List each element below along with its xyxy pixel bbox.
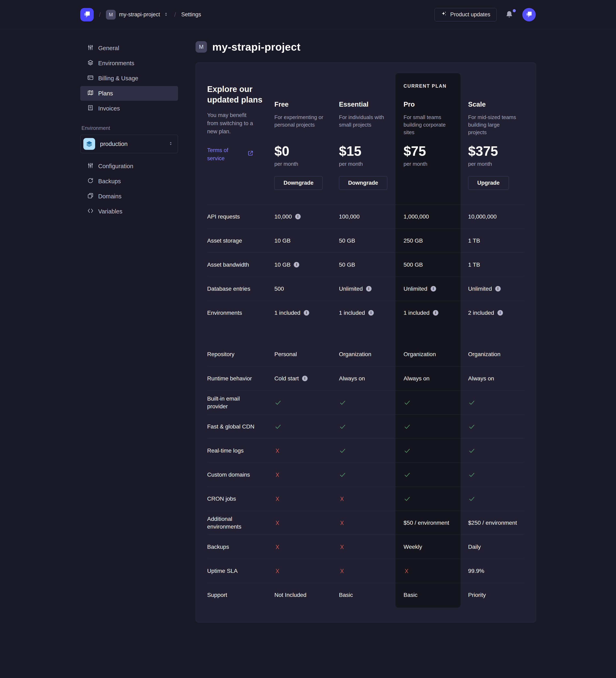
check-icon — [468, 423, 476, 430]
feature-value-text: Unlimited — [404, 286, 427, 292]
strapi-avatar-icon — [525, 11, 533, 19]
feature-value-text: Personal — [274, 351, 297, 357]
sidebar-item-general[interactable]: General — [80, 41, 178, 55]
info-icon[interactable]: i — [495, 286, 501, 292]
plans-intro-heading: Explore our updated plans — [207, 84, 266, 105]
sidebar-item-invoices[interactable]: Invoices — [80, 101, 178, 116]
feature-value-cell — [331, 439, 396, 462]
strapi-logo-button[interactable] — [80, 8, 94, 22]
plans-grid: Explore our updated plans You may benefi… — [207, 74, 525, 607]
sidebar-item-environments[interactable]: Environments — [80, 56, 178, 71]
breadcrumb-settings[interactable]: Settings — [181, 11, 201, 18]
check-icon — [404, 423, 411, 430]
feature-value-text: 10 GB — [274, 237, 290, 244]
feature-value-cell — [266, 439, 331, 462]
page-header: M my-strapi-project — [196, 41, 536, 53]
info-icon[interactable]: i — [295, 214, 301, 219]
feature-value-cell — [460, 462, 525, 487]
cross-icon — [339, 496, 345, 502]
feature-value-text: 50 GB — [339, 262, 355, 268]
plan-header-essential: EssentialFor individuals with small proj… — [331, 74, 396, 204]
sidebar-item-backups[interactable]: Backups — [80, 174, 178, 189]
downgrade-button-essential[interactable]: Downgrade — [339, 176, 387, 190]
sidebar-item-label: General — [98, 45, 119, 51]
feature-value-cell: Unlimitedi — [331, 277, 396, 301]
feature-row-label: Backups — [207, 535, 266, 559]
sidebar-item-variables[interactable]: Variables — [80, 204, 178, 219]
feature-value-text: Not Included — [274, 592, 306, 598]
terms-of-service-link[interactable]: Terms of service — [207, 146, 254, 162]
avatar[interactable] — [522, 8, 536, 22]
feature-label-text: Database entries — [207, 285, 254, 293]
feature-value-cell — [460, 414, 525, 439]
feature-label-text: Fast & global CDN — [207, 423, 258, 430]
feature-value-cell — [266, 487, 331, 511]
info-icon[interactable]: i — [302, 376, 307, 381]
feature-value-text: 500 — [274, 286, 284, 292]
feature-row-label: Uptime SLA — [207, 559, 266, 583]
plan-period: per month — [404, 161, 460, 167]
feature-value-text: Basic — [339, 592, 353, 598]
plan-price: $0 — [274, 144, 331, 158]
upgrade-button-scale[interactable]: Upgrade — [468, 176, 509, 190]
feature-value-text: Always on — [404, 375, 429, 382]
feature-value-cell — [460, 439, 525, 462]
section-gap — [207, 325, 525, 342]
sparkle-icon — [441, 11, 447, 18]
breadcrumb-project-switcher[interactable]: M my-strapi-project — [106, 10, 169, 20]
feature-value-cell: 50 GB — [331, 228, 396, 253]
downgrade-button-free[interactable]: Downgrade — [274, 176, 323, 190]
feature-label-text: Built-in email provider — [207, 395, 260, 410]
feature-value-text: Organization — [339, 351, 371, 357]
feature-value-text: 100,000 — [339, 214, 360, 220]
feature-value-cell — [266, 535, 331, 559]
breadcrumb-project-name: my-strapi-project — [119, 11, 160, 18]
feature-label-text: Asset bandwidth — [207, 261, 252, 269]
sidebar-item-domains[interactable]: Domains — [80, 189, 178, 204]
feature-row-label: Built-in email provider — [207, 390, 266, 414]
feature-value-text: 1 included — [404, 310, 429, 316]
sidebar-item-plans[interactable]: Plans — [80, 86, 178, 101]
notifications-button[interactable] — [505, 10, 514, 20]
feature-label-text: Real-time logs — [207, 447, 247, 455]
feature-label-text: Custom domains — [207, 471, 253, 479]
info-icon[interactable]: i — [433, 310, 438, 315]
sidebar-item-label: Variables — [98, 208, 122, 215]
feature-value-cell — [331, 390, 396, 414]
feature-value-text: Always on — [468, 375, 494, 382]
feature-row-label: Database entries — [207, 277, 266, 301]
feature-row-label: CRON jobs — [207, 487, 266, 511]
feature-value-cell: 1 TB — [460, 253, 525, 277]
check-icon — [468, 399, 476, 406]
feature-value-text: Organization — [468, 351, 500, 357]
feature-value-text: 1,000,000 — [404, 214, 429, 220]
external-link-icon — [247, 150, 254, 159]
feature-value-cell — [460, 487, 525, 511]
badge-spacer — [339, 74, 396, 97]
product-updates-button[interactable]: Product updates — [435, 8, 497, 22]
info-icon[interactable]: i — [294, 262, 299, 267]
plans-card: Explore our updated plans You may benefi… — [196, 62, 536, 623]
info-icon[interactable]: i — [368, 310, 374, 315]
sidebar-item-billing-usage[interactable]: Billing & Usage — [80, 71, 178, 86]
feature-value-cell — [266, 462, 331, 487]
check-icon — [274, 423, 282, 430]
info-icon[interactable]: i — [304, 310, 309, 315]
cross-icon — [339, 568, 345, 574]
sidebar-item-configuration[interactable]: Configuration — [80, 159, 178, 174]
feature-value-cell: 2 includedi — [460, 301, 525, 325]
check-icon — [339, 399, 346, 406]
bell-icon — [505, 16, 514, 20]
check-icon — [404, 399, 411, 406]
plan-description: For mid-sized teams building large proje… — [468, 114, 519, 144]
plan-period: per month — [468, 161, 525, 167]
project-initial-badge: M — [106, 10, 116, 20]
feature-value-cell: 10 GB — [266, 228, 331, 253]
info-icon[interactable]: i — [430, 286, 436, 292]
cross-icon — [274, 496, 281, 502]
feature-value-cell: 10,000i — [266, 204, 331, 228]
info-icon[interactable]: i — [497, 310, 503, 315]
info-icon[interactable]: i — [366, 286, 372, 292]
environment-select[interactable]: production — [80, 135, 178, 153]
feature-value-cell: Daily — [460, 535, 525, 559]
